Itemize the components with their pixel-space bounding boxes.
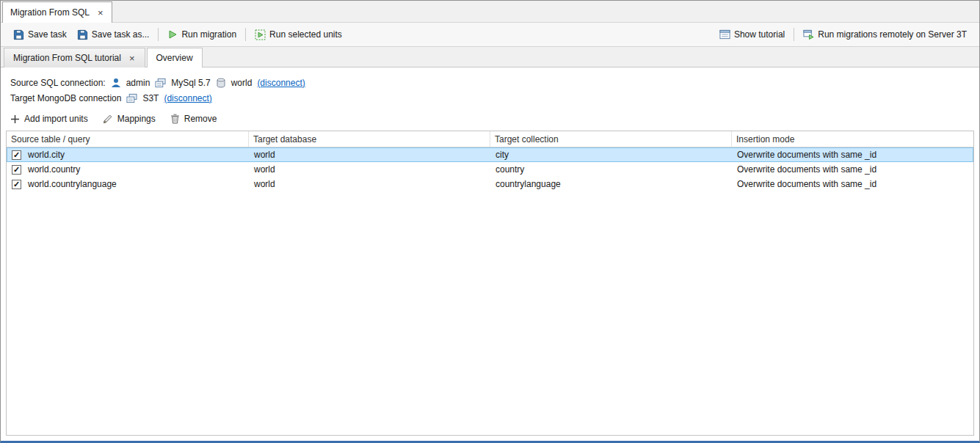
pencil-icon (103, 114, 113, 124)
row-checkbox[interactable]: ✓ (12, 180, 21, 189)
run-migration-label: Run migration (181, 29, 236, 40)
toolbar-separator (245, 28, 246, 41)
toolbar-separator (794, 28, 794, 41)
add-import-units-label: Add import units (24, 114, 88, 124)
remote-run-icon (803, 29, 814, 40)
tab-overview[interactable]: Overview (147, 48, 203, 67)
show-tutorial-label: Show tutorial (734, 29, 785, 40)
close-icon[interactable]: × (97, 8, 104, 18)
show-tutorial-button[interactable]: Show tutorial (714, 26, 790, 43)
run-migration-button[interactable]: Run migration (162, 26, 242, 43)
row-checkbox[interactable]: ✓ (12, 165, 21, 175)
cell-target-collection: countrylanguage (496, 179, 561, 189)
source-user: admin (126, 78, 150, 88)
mappings-label: Mappings (117, 114, 156, 124)
cell-target-collection: city (496, 150, 509, 160)
target-disconnect-link[interactable]: (disconnect) (164, 93, 211, 103)
user-icon (111, 78, 121, 88)
add-import-units-button[interactable]: Add import units (10, 114, 88, 124)
target-connection-line: Target MongoDB connection S3T (disconnec… (6, 90, 974, 106)
column-header-target-collection[interactable]: Target collection (490, 131, 732, 147)
column-header-target-database[interactable]: Target database (249, 131, 490, 147)
tab-migration-from-sql[interactable]: Migration From SQL × (2, 1, 112, 23)
server-connection-icon (126, 93, 137, 103)
target-connection-label: Target MongoDB connection (10, 93, 121, 103)
run-remotely-label: Run migrations remotely on Server 3T (818, 29, 967, 40)
column-header-insertion-mode[interactable]: Insertion mode (732, 131, 973, 147)
table-row[interactable]: ✓ world.country world country Overwrite … (7, 162, 973, 177)
app-window: Migration From SQL × Save task Save task… (0, 0, 980, 443)
target-connection-name: S3T (142, 93, 159, 103)
remove-button[interactable]: Remove (170, 114, 217, 124)
source-server: MySql 5.7 (171, 78, 210, 88)
source-connection-line: Source SQL connection: admin MySql 5.7 w… (6, 75, 974, 90)
run-selected-units-label: Run selected units (269, 29, 342, 40)
close-icon[interactable]: × (128, 54, 136, 63)
tutorial-icon (719, 29, 730, 40)
run-selected-icon (255, 29, 266, 40)
save-task-as-label: Save task as... (92, 29, 150, 40)
source-disconnect-link[interactable]: (disconnect) (257, 78, 305, 88)
run-icon (167, 29, 178, 40)
table-row[interactable]: ✓ world.city world city Overwrite docume… (7, 147, 973, 162)
toolbar-separator (158, 28, 159, 41)
document-tabbar: Migration From SQL tutorial × Overview (1, 47, 979, 67)
save-as-icon (77, 29, 88, 40)
table-header-row: Source table / query Target database Tar… (7, 131, 973, 147)
run-selected-units-button[interactable]: Run selected units (250, 26, 347, 43)
cell-source: world.city (28, 150, 65, 160)
save-task-label: Save task (28, 29, 67, 40)
source-database: world (231, 78, 253, 88)
plus-icon (10, 114, 20, 124)
tab-title: Migration From SQL (10, 7, 90, 18)
trash-icon (170, 114, 180, 124)
main-toolbar: Save task Save task as... Run migration … (1, 23, 979, 47)
top-tabbar: Migration From SQL × (1, 1, 979, 23)
cell-target-database: world (254, 179, 275, 189)
save-task-as-button[interactable]: Save task as... (72, 26, 155, 43)
cell-target-collection: country (496, 164, 524, 175)
table-row[interactable]: ✓ world.countrylanguage world countrylan… (7, 177, 973, 191)
cell-insertion-mode: Overwrite documents with same _id (737, 179, 876, 189)
mappings-button[interactable]: Mappings (103, 114, 156, 124)
cell-source: world.country (28, 164, 80, 175)
remove-label: Remove (184, 114, 217, 124)
run-remotely-button[interactable]: Run migrations remotely on Server 3T (798, 26, 972, 43)
column-header-source[interactable]: Source table / query (7, 131, 249, 147)
row-checkbox[interactable]: ✓ (12, 150, 21, 160)
save-task-button[interactable]: Save task (8, 26, 72, 43)
cell-target-database: world (254, 150, 275, 160)
overview-panel: Source SQL connection: admin MySql 5.7 w… (1, 67, 979, 441)
cell-insertion-mode: Overwrite documents with same _id (737, 164, 876, 175)
server-connection-icon (155, 78, 166, 88)
save-icon (13, 29, 24, 40)
units-toolbar: Add import units Mappings Remove (6, 106, 974, 131)
tab-overview-label: Overview (156, 53, 193, 63)
tab-tutorial-label: Migration From SQL tutorial (13, 53, 121, 63)
tab-migration-tutorial[interactable]: Migration From SQL tutorial × (4, 48, 145, 67)
database-icon (216, 78, 226, 88)
cell-insertion-mode: Overwrite documents with same _id (737, 150, 876, 160)
cell-target-database: world (254, 164, 275, 175)
cell-source: world.countrylanguage (28, 179, 117, 189)
import-units-table: Source table / query Target database Tar… (6, 131, 974, 436)
source-connection-label: Source SQL connection: (10, 78, 106, 88)
